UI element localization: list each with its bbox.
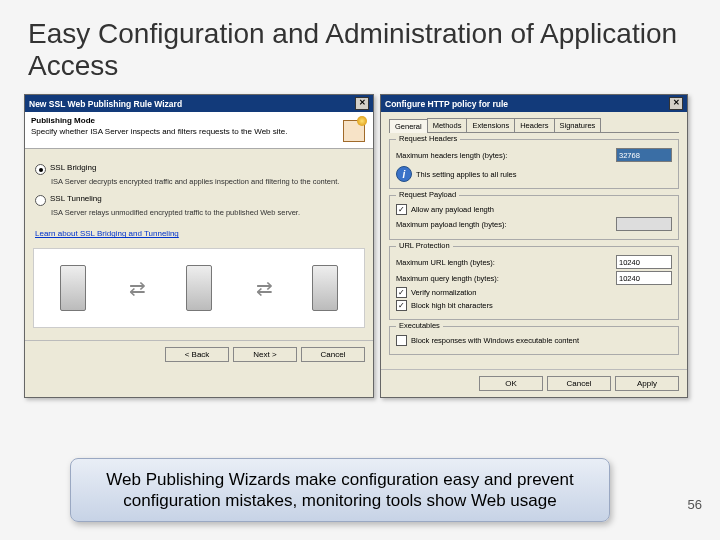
apply-button[interactable]: Apply: [615, 376, 679, 391]
checkbox-verify-normalization[interactable]: [396, 287, 407, 298]
group-executables: Executables Block responses with Windows…: [389, 326, 679, 355]
radio-icon[interactable]: [35, 164, 46, 175]
group-title: Request Payload: [396, 190, 459, 199]
group-title: Request Headers: [396, 134, 460, 143]
wizard-diagram: ⇄ ⇄: [33, 248, 365, 328]
wizard-subheading: Specify whether ISA Server inspects and …: [31, 127, 287, 136]
http-title: Configure HTTP policy for rule: [385, 99, 508, 109]
block-exec-label: Block responses with Windows executable …: [411, 336, 579, 345]
option-label: SSL Tunneling: [50, 194, 102, 203]
checkbox-block-highbit[interactable]: [396, 300, 407, 311]
group-url-protection: URL Protection Maximum URL length (bytes…: [389, 246, 679, 320]
arrows-icon: ⇄: [129, 276, 142, 300]
close-icon[interactable]: ✕: [355, 97, 369, 110]
http-titlebar: Configure HTTP policy for rule ✕: [381, 95, 687, 112]
checkbox-block-exec[interactable]: [396, 335, 407, 346]
tab-signatures[interactable]: Signatures: [554, 118, 602, 132]
info-note: This setting applies to all rules: [416, 170, 516, 179]
option-ssl-tunneling[interactable]: SSL Tunneling: [35, 194, 363, 206]
max-url-field[interactable]: 10240: [616, 255, 672, 269]
tab-strip: General Methods Extensions Headers Signa…: [389, 118, 679, 133]
max-query-field[interactable]: 10240: [616, 271, 672, 285]
tab-headers[interactable]: Headers: [514, 118, 554, 132]
tab-extensions[interactable]: Extensions: [466, 118, 515, 132]
max-headers-field[interactable]: 32768: [616, 148, 672, 162]
wizard-heading: Publishing Mode: [31, 116, 287, 125]
server-icon: [186, 265, 212, 311]
wizard-dialog: New SSL Web Publishing Rule Wizard ✕ Pub…: [24, 94, 374, 398]
wizard-button-row: < Back Next > Cancel: [25, 340, 373, 368]
learn-link[interactable]: Learn about SSL Bridging and Tunneling: [35, 229, 179, 238]
wizard-title: New SSL Web Publishing Rule Wizard: [29, 99, 182, 109]
caption-bubble: Web Publishing Wizards make configuratio…: [70, 458, 610, 523]
max-url-label: Maximum URL length (bytes):: [396, 258, 495, 267]
dialogs-area: New SSL Web Publishing Rule Wizard ✕ Pub…: [0, 90, 720, 398]
arrows-icon: ⇄: [256, 276, 269, 300]
ok-button[interactable]: OK: [479, 376, 543, 391]
slide-title: Easy Configuration and Administration of…: [0, 0, 720, 90]
info-icon: i: [396, 166, 412, 182]
max-payload-field: [616, 217, 672, 231]
http-policy-dialog: Configure HTTP policy for rule ✕ General…: [380, 94, 688, 398]
max-headers-label: Maximum headers length (bytes):: [396, 151, 507, 160]
group-title: URL Protection: [396, 241, 453, 250]
server-icon: [60, 265, 86, 311]
tab-methods[interactable]: Methods: [427, 118, 468, 132]
group-request-headers: Request Headers Maximum headers length (…: [389, 139, 679, 189]
http-button-row: OK Cancel Apply: [381, 369, 687, 397]
back-button[interactable]: < Back: [165, 347, 229, 362]
radio-icon[interactable]: [35, 195, 46, 206]
option-label: SSL Bridging: [50, 163, 96, 172]
group-request-payload: Request Payload Allow any payload length…: [389, 195, 679, 240]
page-number: 56: [688, 497, 702, 512]
max-query-label: Maximum query length (bytes):: [396, 274, 499, 283]
max-payload-label: Maximum payload length (bytes):: [396, 220, 506, 229]
package-icon: [339, 116, 367, 144]
group-title: Executables: [396, 321, 443, 330]
allow-any-label: Allow any payload length: [411, 205, 494, 214]
verify-label: Verify normalization: [411, 288, 476, 297]
option-ssl-bridging[interactable]: SSL Bridging: [35, 163, 363, 175]
wizard-titlebar: New SSL Web Publishing Rule Wizard ✕: [25, 95, 373, 112]
server-icon: [312, 265, 338, 311]
checkbox-allow-any[interactable]: [396, 204, 407, 215]
next-button[interactable]: Next >: [233, 347, 297, 362]
option-desc: ISA Server decrypts encrypted traffic an…: [51, 177, 365, 186]
tab-general[interactable]: General: [389, 119, 428, 133]
wizard-header: Publishing Mode Specify whether ISA Serv…: [25, 112, 373, 149]
option-desc: ISA Server relays unmodified encrypted t…: [51, 208, 365, 217]
cancel-button[interactable]: Cancel: [301, 347, 365, 362]
close-icon[interactable]: ✕: [669, 97, 683, 110]
block-high-label: Block high bit characters: [411, 301, 493, 310]
cancel-button[interactable]: Cancel: [547, 376, 611, 391]
